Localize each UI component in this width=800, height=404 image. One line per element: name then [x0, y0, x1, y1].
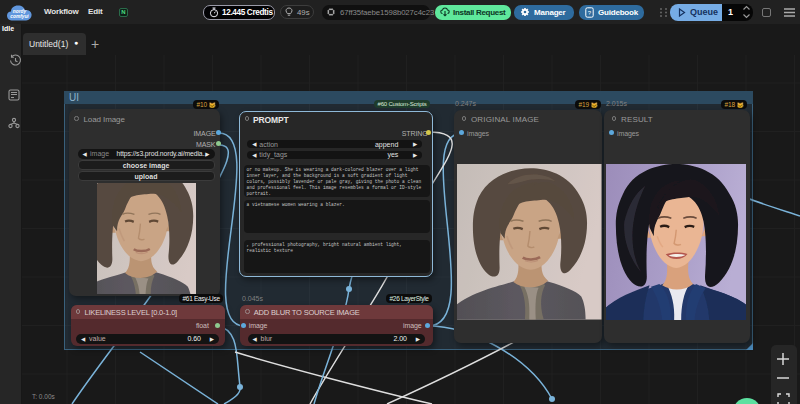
svg-text:comfyui: comfyui: [10, 14, 29, 19]
svg-text:?: ?: [588, 10, 592, 16]
